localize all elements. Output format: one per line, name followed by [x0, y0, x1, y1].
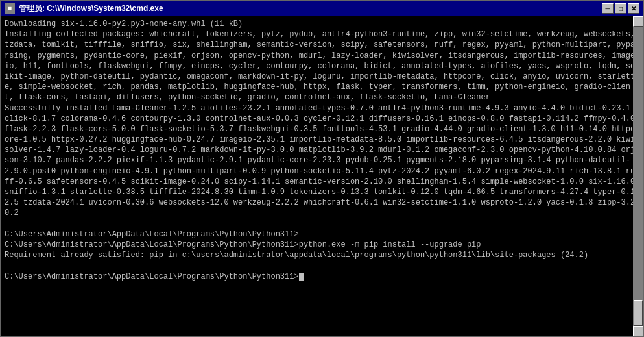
scrollbar-down-button[interactable]: ▼ — [633, 326, 643, 336]
terminal-output: Downloading six-1.16.0-py2.py3-none-any.… — [5, 19, 639, 282]
cursor — [299, 273, 304, 281]
scrollbar-thumb[interactable] — [634, 300, 643, 326]
terminal-body[interactable]: Downloading six-1.16.0-py2.py3-none-any.… — [1, 16, 643, 336]
close-button[interactable]: ✕ — [628, 3, 639, 14]
window-title: 管理员: C:\Windows\System32\cmd.exe — [19, 3, 163, 14]
title-bar-left: ■ 管理员: C:\Windows\System32\cmd.exe — [5, 3, 163, 14]
window-controls: ─ □ ✕ — [602, 3, 639, 14]
scrollbar[interactable]: ▲ ▼ — [633, 16, 643, 336]
minimize-button[interactable]: ─ — [602, 3, 614, 14]
scrollbar-track[interactable] — [633, 27, 643, 326]
maximize-button[interactable]: □ — [615, 3, 626, 14]
title-bar: ■ 管理员: C:\Windows\System32\cmd.exe ─ □ ✕ — [1, 1, 643, 16]
cmd-window: ■ 管理员: C:\Windows\System32\cmd.exe ─ □ ✕… — [0, 0, 644, 337]
cmd-icon: ■ — [5, 3, 15, 14]
scrollbar-up-button[interactable]: ▲ — [633, 16, 643, 27]
